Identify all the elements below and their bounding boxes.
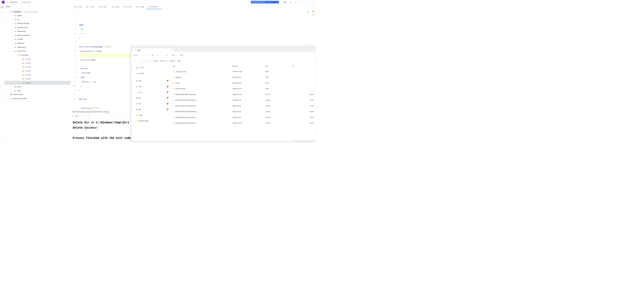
col-type[interactable]: 类型: [265, 66, 291, 67]
sort-button[interactable]: ↕ 排序 ⌄: [171, 54, 176, 56]
tree-row[interactable]: ›🗀第10章错误处理: [4, 45, 71, 49]
stop-icon[interactable]: ■: [83, 115, 84, 117]
settings-icon[interactable]: ⚙: [295, 1, 298, 4]
tree-row[interactable]: ›🗀第3章基本变量与类型: [4, 22, 71, 26]
tree-row[interactable]: ›📋Scratches and Consoles: [4, 96, 71, 100]
tree-row[interactable]: ⌄🗀GolangStudyD:\DingJiaxiong\GolangStudy: [4, 10, 71, 14]
share-icon[interactable]: ↗: [162, 54, 162, 56]
debug-button-icon[interactable]: 🐞: [272, 2, 274, 3]
editor-tab[interactable]: 🐹11.1.5.go: [122, 5, 134, 8]
new-button[interactable]: ⊕ 新建 ⌄: [133, 54, 139, 56]
tree-row[interactable]: 🐹11.1.7.go: [4, 81, 71, 85]
file-row[interactable]: 📄DINGJIAXIONG-20221203-0034.log2022/12/3…: [171, 98, 315, 103]
explorer-side-item[interactable]: 🖥桌面📌: [132, 78, 170, 84]
exit-icon[interactable]: ⇥: [86, 115, 86, 117]
tabs-more-icon[interactable]: ⋮: [311, 6, 314, 8]
account-icon[interactable]: 👤: [284, 1, 286, 4]
explorer-tab-temp[interactable]: 📁 Temp ✕: [132, 48, 174, 52]
main-menu-icon[interactable]: ☰: [7, 2, 8, 3]
file-row[interactable]: 📁vmware-SYSTEM2022/12/3 16:47文件夹: [171, 86, 315, 92]
editor-tab[interactable]: 🐹11.1.1.go: [72, 5, 84, 8]
tree-row[interactable]: 🐹11.1.5.go: [4, 73, 71, 77]
tree-row[interactable]: ›🗀第6章Go语言内置容器: [4, 34, 71, 38]
address-breadcrumb[interactable]: 📁 › 此电脑 › Windows (C:) › Windows › Temp: [150, 60, 180, 62]
rerun-icon[interactable]: ▶: [72, 115, 74, 117]
tree-row[interactable]: ›📚External Libraries: [4, 92, 71, 96]
tree-row[interactable]: 🐹go.mod: [4, 85, 71, 89]
minimize-icon[interactable]: —: [300, 1, 303, 4]
nav-forward-icon[interactable]: →: [138, 59, 141, 62]
file-row[interactable]: 📁Tencent2022/12/3 8:56文件夹: [171, 80, 315, 86]
tree-row[interactable]: 🐹11.1.3.go: [4, 65, 71, 69]
chevron-down-icon[interactable]: ⌄: [10, 6, 12, 8]
close-icon[interactable]: ✕: [311, 1, 314, 4]
new-tab-button[interactable]: ＋: [175, 48, 179, 52]
explorer-side-item[interactable]: 📁8springcloud笔记: [132, 118, 170, 124]
project-tree[interactable]: ⌄🗀GolangStudyD:\DingJiaxiong\GolangStudy…: [4, 10, 71, 142]
file-row[interactable]: 📄DINGJIAXIONG-20221203-0822a.log2022/12/…: [171, 109, 315, 114]
explorer-side-item[interactable]: 📄文档📌: [132, 89, 170, 95]
editor-tab[interactable]: 🐹11.1.4.go: [109, 5, 122, 8]
editor-tab[interactable]: 🐹11.1.2.go: [84, 5, 96, 8]
run-button-icon[interactable]: ▷: [270, 2, 271, 3]
explorer-side-item[interactable]: 🖼图片📌: [132, 95, 170, 101]
close-tab-icon[interactable]: ✕: [171, 50, 172, 51]
delete-icon[interactable]: 🗑: [166, 54, 168, 56]
run-more-icon[interactable]: ⋮: [276, 2, 278, 3]
col-date[interactable]: 修改日期: [233, 66, 264, 67]
restart-icon[interactable]: ⟳: [80, 115, 81, 117]
explorer-side-item[interactable]: ›☁OneDrive: [132, 70, 170, 76]
tree-row[interactable]: 🐹11.1.2.go: [4, 61, 71, 65]
tree-row[interactable]: 🐹11.1.4.go: [4, 69, 71, 73]
nav-up-icon[interactable]: ↑: [146, 59, 148, 62]
notifications-icon[interactable]: 🔔: [312, 10, 314, 12]
more-tool-icon[interactable]: ⋯: [2, 16, 2, 17]
maximize-icon[interactable]: ▢: [306, 1, 308, 4]
file-explorer-window[interactable]: 📁 Temp ✕ ＋ ⊕ 新建 ⌄ ✂ ⧉ 📋 ✎ ↗ 🗑 ↕ 排序 ⌄ ≡ 查…: [131, 46, 316, 142]
run-more-options-icon[interactable]: ⋮: [92, 115, 93, 117]
file-row[interactable]: 📄DINGJIAXIONG-20221203-0835.log2022/12/3…: [171, 120, 315, 126]
file-row[interactable]: 📄DINGJIAXIONG-20221203-0824.log2022/12/3…: [171, 114, 315, 120]
file-row[interactable]: 📁_pcmgr_scan_tmp_2022/12/3 17:04文件夹: [171, 69, 315, 74]
tree-row[interactable]: ›🗀第9章结构体: [4, 41, 71, 45]
editor-tab[interactable]: 🐹11.1.3.go: [96, 5, 109, 8]
run-config-selector[interactable]: 🐹 go build 11.1.7.go ⌄ | ▷ 🐞 ⋮: [251, 1, 279, 4]
rename-icon[interactable]: ✎: [157, 54, 158, 56]
tree-row[interactable]: ›🗀第7章函数: [4, 38, 71, 42]
tree-row[interactable]: 🐹11.1.6.go: [4, 77, 71, 81]
tree-row[interactable]: ›🗀test: [4, 18, 71, 22]
cut-icon[interactable]: ✂: [143, 54, 144, 56]
file-row[interactable]: 📁QQMaster2022/12/3 0:39文件夹: [171, 74, 315, 80]
tree-row[interactable]: ›🗀chapter8: [4, 14, 71, 18]
explorer-side-item[interactable]: 🏠主文件夹: [132, 65, 170, 70]
database-icon[interactable]: 🗄: [312, 14, 314, 16]
project-tool-icon[interactable]: 🗀: [0, 6, 4, 9]
toolbar-more-icon[interactable]: ⋯: [188, 54, 190, 56]
paste-icon[interactable]: 📋: [152, 54, 153, 56]
explorer-side-item[interactable]: 🎵音乐📌: [132, 101, 170, 106]
editor-tab[interactable]: 🐹11.1.6.go: [134, 5, 146, 8]
view-button[interactable]: ≡ 查看 ⌄: [180, 54, 184, 56]
project-dropdown[interactable]: GolangStudy ⌄: [10, 2, 18, 3]
search-icon[interactable]: 🔍: [289, 1, 292, 4]
tree-row[interactable]: ⌄🗀第11章文件操作: [4, 49, 71, 53]
explorer-side-item[interactable]: 📁assets: [132, 112, 170, 118]
tree-row[interactable]: ⌄🗀目录基本操作: [4, 53, 71, 57]
tree-row[interactable]: ›🗀第5章流程控制: [4, 30, 71, 34]
explorer-side-item[interactable]: ▶视频📌: [132, 107, 170, 112]
file-row[interactable]: 📄DINGJIAXIONG-20221130-1645.log2022/12/3…: [171, 92, 315, 97]
nav-history-icon[interactable]: ⌄: [142, 59, 144, 62]
trash-icon[interactable]: 🗑: [88, 115, 90, 117]
col-size[interactable]: 大小: [292, 66, 314, 67]
tree-row[interactable]: 🐹test.go: [4, 89, 71, 93]
explorer-side-item[interactable]: ⬇下载📌: [132, 84, 170, 89]
nav-back-icon[interactable]: ←: [133, 59, 136, 62]
tree-row[interactable]: ›🗀第4章常量与运算符: [4, 26, 71, 30]
close-tab-icon[interactable]: ×: [158, 5, 159, 8]
structure-tool-icon[interactable]: ⊞: [2, 12, 2, 13]
vcs-dropdown[interactable]: ⎇ Version control ⌄: [20, 2, 32, 3]
file-row[interactable]: 📄DINGJIAXIONG-20221203-0822.log2022/12/3…: [171, 103, 315, 109]
tree-row[interactable]: 🐹11.1.1.go: [4, 57, 71, 61]
editor-tab[interactable]: 🐹11.1.7.go×: [146, 4, 162, 9]
col-name[interactable]: 名称: [173, 66, 232, 67]
